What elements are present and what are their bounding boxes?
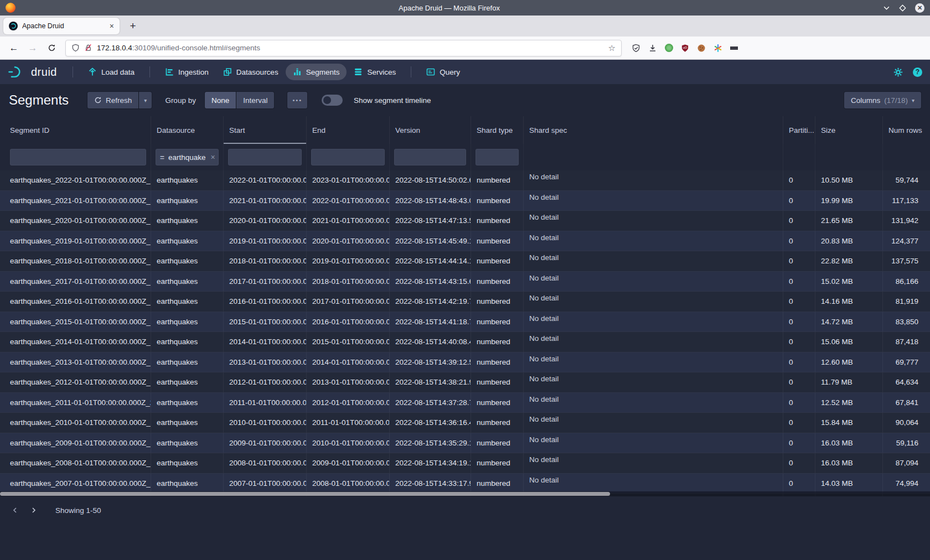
url-text[interactable]: 172.18.0.4:30109/unified-console.html#se…: [97, 44, 604, 52]
cell-end[interactable]: 2016-01-01T00:00:00.0...: [307, 312, 390, 332]
cell-version[interactable]: 2022-08-15T14:35:29.1...: [390, 433, 471, 453]
cell-datasource[interactable]: earthquakes: [151, 231, 224, 251]
nav-item-load-data[interactable]: Load data: [81, 64, 142, 80]
cell-segment_id[interactable]: earthquakes_2009-01-01T00:00:00.000Z_2..…: [0, 433, 151, 453]
nav-item-datasources[interactable]: Datasources: [216, 64, 286, 80]
cell-start[interactable]: 2009-01-01T00:00:00.0...: [224, 433, 307, 453]
filter-input-shard_type[interactable]: [476, 149, 519, 165]
column-header-size[interactable]: Size: [815, 116, 883, 144]
cell-shard_type[interactable]: numbered: [471, 191, 524, 211]
cell-partition[interactable]: 0: [783, 231, 815, 251]
cell-start[interactable]: 2016-01-01T00:00:00.0...: [224, 292, 307, 312]
cell-num_rows[interactable]: 67,841: [883, 393, 930, 413]
column-header-shard_type[interactable]: Shard type: [471, 116, 524, 144]
maximize-icon[interactable]: [899, 4, 906, 12]
filter-tag-remove-icon[interactable]: ×: [210, 153, 215, 162]
cell-version[interactable]: 2022-08-15T14:34:19.1...: [390, 453, 471, 473]
cell-partition[interactable]: 0: [783, 372, 815, 392]
cell-start[interactable]: 2012-01-01T00:00:00.0...: [224, 372, 307, 392]
cell-segment_id[interactable]: earthquakes_2012-01-01T00:00:00.000Z_2..…: [0, 372, 151, 392]
cell-shard_type[interactable]: numbered: [471, 372, 524, 392]
column-header-start[interactable]: Start: [224, 116, 307, 144]
column-header-datasource[interactable]: Datasource: [151, 116, 224, 144]
cell-shard_type[interactable]: numbered: [471, 474, 524, 494]
cell-segment_id[interactable]: earthquakes_2010-01-01T00:00:00.000Z_2..…: [0, 413, 151, 433]
cell-start[interactable]: 2013-01-01T00:00:00.0...: [224, 352, 307, 372]
cell-end[interactable]: 2011-01-01T00:00:00.0...: [307, 413, 390, 433]
segment-timeline-toggle-label[interactable]: Show segment timeline: [354, 96, 431, 105]
cell-segment_id[interactable]: earthquakes_2011-01-01T00:00:00.000Z_2..…: [0, 393, 151, 413]
cell-num_rows[interactable]: 124,377: [883, 231, 930, 251]
cell-shard_type[interactable]: numbered: [471, 231, 524, 251]
cell-version[interactable]: 2022-08-15T14:43:15.6...: [390, 272, 471, 292]
cell-size[interactable]: 19.99 MB: [815, 191, 883, 211]
cell-end[interactable]: 2020-01-01T00:00:00.0...: [307, 231, 390, 251]
cell-size[interactable]: 15.84 MB: [815, 413, 883, 433]
cell-datasource[interactable]: earthquakes: [151, 332, 224, 352]
cell-end[interactable]: 2008-01-01T00:00:00.0...: [307, 474, 390, 494]
cell-segment_id[interactable]: earthquakes_2016-01-01T00:00:00.000Z_2..…: [0, 292, 151, 312]
cell-end[interactable]: 2009-01-01T00:00:00.0...: [307, 453, 390, 473]
cell-shard_spec[interactable]: No detail: [524, 170, 783, 190]
new-tab-button[interactable]: +: [125, 20, 141, 32]
cell-version[interactable]: 2022-08-15T14:38:21.9...: [390, 372, 471, 392]
cell-end[interactable]: 2023-01-01T00:00:00.0...: [307, 170, 390, 190]
cell-num_rows[interactable]: 69,777: [883, 352, 930, 372]
cell-num_rows[interactable]: 131,942: [883, 211, 930, 231]
cell-segment_id[interactable]: earthquakes_2015-01-01T00:00:00.000Z_2..…: [0, 312, 151, 332]
cell-datasource[interactable]: earthquakes: [151, 352, 224, 372]
cell-size[interactable]: 10.50 MB: [815, 170, 883, 190]
cell-num_rows[interactable]: 59,744: [883, 170, 930, 190]
cell-segment_id[interactable]: earthquakes_2007-01-01T00:00:00.000Z_2..…: [0, 474, 151, 494]
cell-partition[interactable]: 0: [783, 170, 815, 190]
cell-start[interactable]: 2021-01-01T00:00:00.0...: [224, 191, 307, 211]
cell-start[interactable]: 2020-01-01T00:00:00.0...: [224, 211, 307, 231]
cell-partition[interactable]: 0: [783, 453, 815, 473]
cell-start[interactable]: 2008-01-01T00:00:00.0...: [224, 453, 307, 473]
column-header-segment_id[interactable]: Segment ID: [0, 116, 151, 144]
group-by-option-interval[interactable]: Interval: [236, 92, 274, 108]
cell-version[interactable]: 2022-08-15T14:50:02.6...: [390, 170, 471, 190]
cell-segment_id[interactable]: earthquakes_2019-01-01T00:00:00.000Z_2..…: [0, 231, 151, 251]
cell-version[interactable]: 2022-08-15T14:45:49.1...: [390, 231, 471, 251]
cell-start[interactable]: 2019-01-01T00:00:00.0...: [224, 231, 307, 251]
cell-version[interactable]: 2022-08-15T14:41:18.7...: [390, 312, 471, 332]
cell-shard_spec[interactable]: No detail: [524, 332, 783, 352]
cell-shard_spec[interactable]: No detail: [524, 372, 783, 392]
cell-partition[interactable]: 0: [783, 191, 815, 211]
cell-segment_id[interactable]: earthquakes_2013-01-01T00:00:00.000Z_2..…: [0, 352, 151, 372]
cell-shard_spec[interactable]: No detail: [524, 292, 783, 312]
prev-page-button[interactable]: [8, 503, 22, 517]
cell-num_rows[interactable]: 117,133: [883, 191, 930, 211]
cell-shard_spec[interactable]: No detail: [524, 272, 783, 292]
cell-partition[interactable]: 0: [783, 292, 815, 312]
cell-version[interactable]: 2022-08-15T14:40:08.4...: [390, 332, 471, 352]
filter-input-version[interactable]: [394, 149, 466, 165]
column-header-version[interactable]: Version: [390, 116, 471, 144]
cell-partition[interactable]: 0: [783, 433, 815, 453]
filter-input-start[interactable]: [228, 149, 302, 165]
nav-item-ingestion[interactable]: Ingestion: [158, 64, 216, 80]
column-header-partition[interactable]: Partiti...: [783, 116, 815, 144]
column-header-num_rows[interactable]: Num rows: [883, 116, 930, 144]
bookmark-star-icon[interactable]: ☆: [608, 43, 616, 53]
cell-end[interactable]: 2021-01-01T00:00:00.0...: [307, 211, 390, 231]
cell-num_rows[interactable]: 74,994: [883, 474, 930, 494]
cell-segment_id[interactable]: earthquakes_2022-01-01T00:00:00.000Z_2..…: [0, 170, 151, 190]
cell-end[interactable]: 2014-01-01T00:00:00.0...: [307, 352, 390, 372]
menu-icon[interactable]: [730, 46, 738, 50]
filter-input-segment_id[interactable]: [10, 149, 146, 165]
cell-end[interactable]: 2022-01-01T00:00:00.0...: [307, 191, 390, 211]
cell-shard_type[interactable]: numbered: [471, 433, 524, 453]
cell-version[interactable]: 2022-08-15T14:42:19.7...: [390, 292, 471, 312]
multicolor-asterisk-icon[interactable]: [714, 44, 722, 53]
cell-size[interactable]: 11.79 MB: [815, 372, 883, 392]
cell-segment_id[interactable]: earthquakes_2021-01-01T00:00:00.000Z_2..…: [0, 191, 151, 211]
cell-partition[interactable]: 0: [783, 474, 815, 494]
cell-size[interactable]: 14.72 MB: [815, 312, 883, 332]
cell-start[interactable]: 2011-01-01T00:00:00.0...: [224, 393, 307, 413]
cell-segment_id[interactable]: earthquakes_2008-01-01T00:00:00.000Z_2..…: [0, 453, 151, 473]
segment-timeline-toggle[interactable]: [322, 95, 343, 106]
cell-version[interactable]: 2022-08-15T14:47:13.5...: [390, 211, 471, 231]
tracking-shield-icon[interactable]: [71, 44, 80, 52]
